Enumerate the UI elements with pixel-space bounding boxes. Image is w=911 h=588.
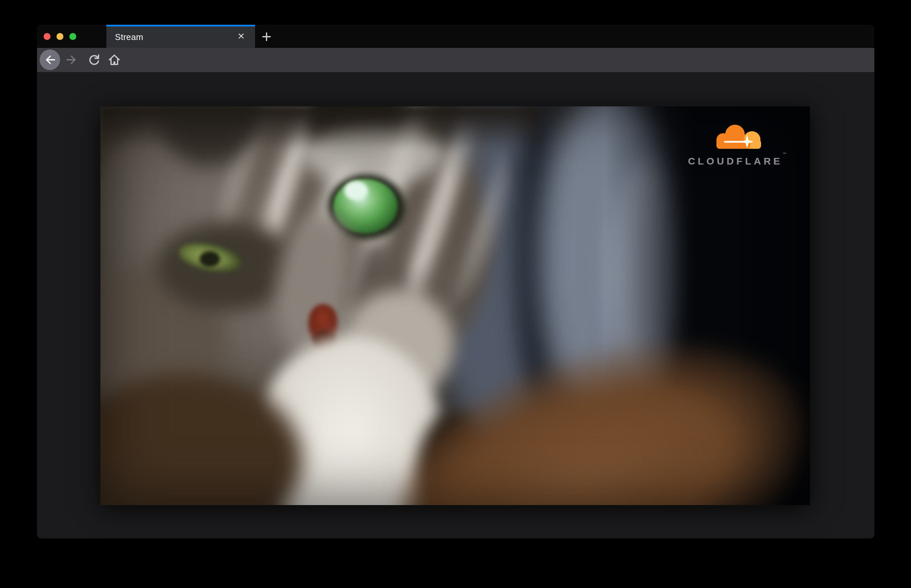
page-content: CLOUDFLARE™: [37, 72, 874, 538]
video-top-shadow: [100, 107, 540, 149]
reload-icon: [87, 53, 101, 66]
cloudflare-wordmark: CLOUDFLARE™: [688, 152, 787, 167]
browser-window: Stream ✕ +: [37, 25, 874, 538]
cloudflare-logo-icon: [714, 124, 766, 150]
tab-title: Stream: [115, 32, 143, 42]
back-button[interactable]: [40, 50, 60, 70]
zoom-window-button[interactable]: [69, 33, 76, 40]
trademark-symbol: ™: [782, 152, 787, 156]
minimize-window-button[interactable]: [57, 33, 63, 40]
close-window-button[interactable]: [44, 33, 50, 40]
tab-close-icon[interactable]: ✕: [234, 29, 249, 44]
window-controls: [44, 25, 76, 48]
cloudflare-text: CLOUDFLARE: [688, 155, 783, 166]
forward-arrow-icon: [65, 53, 78, 66]
navigation-toolbar: https://watch.cloudflarestream.com/11859…: [37, 48, 874, 72]
cloudflare-watermark: CLOUDFLARE™: [681, 124, 793, 167]
home-icon: [108, 53, 121, 66]
reload-button[interactable]: [86, 52, 102, 68]
cat-left-pupil: [200, 251, 220, 267]
new-tab-button[interactable]: +: [256, 26, 277, 47]
tab-stream[interactable]: Stream ✕: [107, 25, 255, 48]
home-button[interactable]: [107, 52, 122, 68]
video-player[interactable]: CLOUDFLARE™: [100, 107, 810, 505]
cat-right-eye-highlight: [344, 181, 368, 200]
tab-bar: Stream ✕ +: [37, 25, 874, 48]
forward-button[interactable]: [64, 52, 79, 68]
back-arrow-icon: [43, 53, 57, 66]
